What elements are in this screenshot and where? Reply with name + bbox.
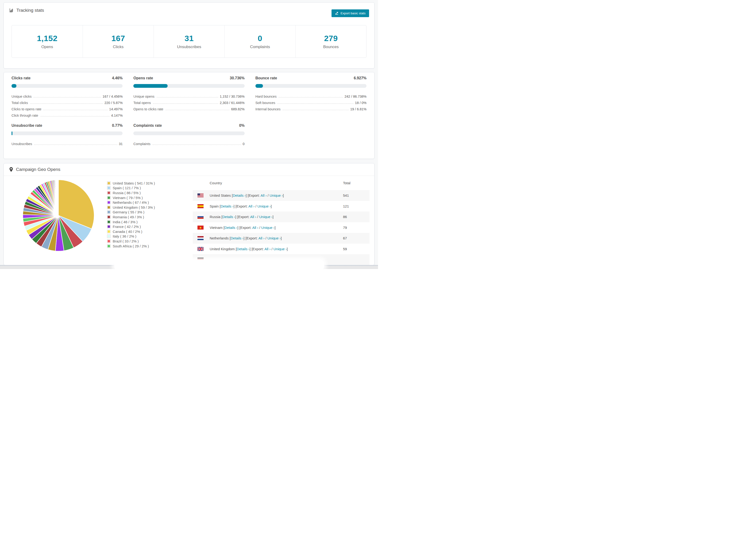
progress-fill [134,84,167,88]
export-all-link[interactable]: All › [248,204,254,208]
metric-label: Internal bounces [255,107,281,112]
metric-row-clicks-to-opens-rate: Clicks to opens rate14.497% [12,105,123,112]
rate-rows: Unique opens1,152 / 30.736%Total opens2,… [134,92,244,112]
legend-swatch [107,220,111,224]
rate-value: 30.736% [230,76,244,80]
row-total: 67 [343,236,369,240]
legend-label: Italy ( 36 / 2% ) [113,234,136,238]
metric-value: 242 / 86.738% [345,95,366,99]
page: { "accent": "#0889a6", "tracking": { "ti… [0,0,378,269]
dotted-leader [153,144,242,145]
metric-label: Opens to clicks rate [134,107,163,112]
country-flag-us [197,193,203,197]
metric-row-unsubscribes: Unsubscribes31 [12,140,123,146]
legend-item-canada: Canada ( 40 / 2% ) [107,229,155,234]
country-name: United Kingdom [210,247,235,251]
legend-label: India ( 46 / 3% ) [113,220,137,224]
legend-label: South Africa ( 29 / 2% ) [113,244,149,248]
country-flag-vn [197,226,203,230]
details-link[interactable]: Details › [231,236,243,240]
stat-value: 0 [258,34,262,43]
row-total: 86 [343,215,369,219]
metric-label: Total opens [134,101,151,105]
legend-swatch [107,230,111,233]
export-unique-link[interactable]: Unique › [261,226,275,230]
export-all-link[interactable]: All › [252,226,258,230]
geo-legend: United States ( 541 / 31% )Spain ( 121 /… [107,181,155,248]
legend-item-south-africa: South Africa ( 29 / 2% ) [107,243,155,248]
metric-label: Complaints [134,142,150,146]
stat-label: Opens [41,45,53,49]
legend-item-germany: Germany ( 55 / 3% ) [107,210,155,215]
legend-item-spain: Spain ( 121 / 7% ) [107,186,155,190]
row-total: 79 [343,226,369,230]
metric-label: Soft bounces [255,101,275,105]
table-row-vietnam: Vietnam [Details ›] [Export: All › / Uni… [193,222,369,233]
country-flag-ru [197,215,203,219]
export-unique-link[interactable]: Unique › [270,193,283,197]
row-total: 59 [343,247,369,251]
progress-bar [12,84,123,88]
dotted-leader [30,103,103,104]
stat-cell-unsubscribes: 31Unsubscribes [153,26,225,58]
export-unique-link[interactable]: Unique › [259,215,273,219]
rate-title: Unsubscribe rate [12,124,42,128]
stat-value: 167 [111,34,125,43]
metric-value: 14.497% [109,107,123,112]
export-all-link[interactable]: All › [250,215,256,219]
stat-value: 1,152 [37,34,58,43]
table-row-spain: Spain [Details ›] [Export: All › / Uniqu… [193,201,369,212]
country-name: Russia [210,215,220,219]
export-icon [335,12,339,15]
export-unique-link[interactable]: Unique › [274,247,287,251]
legend-label: United States ( 541 / 31% ) [113,181,155,185]
details-link[interactable]: Details › [233,193,245,197]
export-all-link[interactable]: All › [258,236,265,240]
dotted-leader [153,103,219,104]
country-name: United States [210,193,231,197]
legend-swatch [107,244,111,248]
stats-strip: 1,152Opens167Clicks31Unsubscribes0Compla… [12,25,366,58]
legend-item-russia: Russia ( 86 / 5% ) [107,190,155,195]
stat-cell-bounces: 279Bounces [296,26,366,58]
legend-swatch [107,235,111,238]
rate-block-opens-rate: Opens rate30.736%Unique opens1,152 / 30.… [134,76,244,118]
geo-table-header: Country Total [193,176,369,190]
country-flag-es [197,204,203,208]
geo-table: Country Total United States [Details ›] … [193,176,369,265]
export-unique-link[interactable]: Unique › [267,236,281,240]
metric-value: 19 / 6.81% [350,107,366,112]
country-flag-gb [197,247,203,251]
details-link[interactable]: Details › [221,204,234,208]
details-link[interactable]: Details › [237,247,249,251]
metric-row-complaints: Complaints0 [134,140,244,146]
rate-value: 0.77% [112,124,123,128]
metric-row-opens-to-clicks-rate: Opens to clicks rate689.82% [134,105,244,112]
legend-item-brazil: Brazil ( 33 / 2% ) [107,239,155,243]
legend-label: Germany ( 55 / 3% ) [113,210,144,214]
metric-label: Clicks to opens rate [12,107,41,112]
rate-block-bounce-rate: Bounce rate6.927%Hard bounces242 / 86.73… [255,76,366,118]
export-unique-link[interactable]: Unique › [257,204,271,208]
export-all-link[interactable]: All › [261,193,267,197]
metric-value: 18 / 0% [355,101,366,105]
legend-item-united-kingdom: United Kingdom ( 59 / 3% ) [107,205,155,210]
stat-value: 279 [324,34,338,43]
rate-head: Unsubscribe rate0.77% [12,124,123,129]
progress-fill [12,84,17,88]
details-link[interactable]: Details › [225,226,237,230]
campaign-geo-opens-card: Campaign Geo Opens United States ( 541 /… [4,163,374,265]
metric-label: Unique opens [134,95,154,99]
legend-item-netherlands: Netherlands ( 67 / 4% ) [107,200,155,205]
dotted-leader [33,97,101,97]
export-all-link[interactable]: All › [264,247,270,251]
column-total: Total [343,181,369,185]
details-link[interactable]: Details › [222,215,235,219]
legend-label: Vietnam ( 79 / 5% ) [113,196,143,200]
rate-head: Opens rate30.736% [134,76,244,81]
legend-item-vietnam: Vietnam ( 79 / 5% ) [107,195,155,200]
legend-swatch [107,191,111,194]
table-row-russia: Russia [Details ›] [Export: All › / Uniq… [193,211,369,222]
export-basic-stats-button[interactable]: Export basic stats [332,9,369,17]
metric-value: 0 [243,142,244,146]
